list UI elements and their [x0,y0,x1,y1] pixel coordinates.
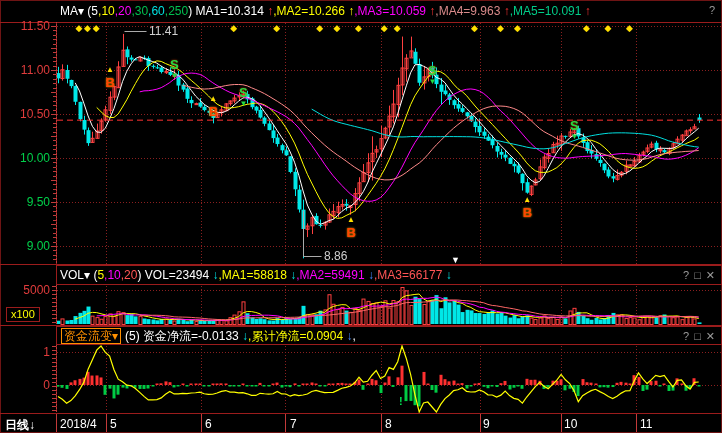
period-selector[interactable]: 日线↓ [5,417,35,433]
price-tick-label: 10.50 [4,107,50,121]
sell-signal-marker: S [170,58,179,71]
header-segment: ,MA1=58818 [219,268,291,282]
header-segment: (5) [125,329,143,343]
date-label: 8 [385,417,392,431]
sell-signal-marker: S [239,86,248,99]
header-segment: , [352,329,355,343]
price-annotation: 8.86 [324,250,347,262]
event-diamond-icon: ◆ [76,24,83,33]
flow-tick-label: 1 [4,345,50,359]
buy-arrow-icon: ▲ [209,95,217,103]
date-label: 11 [640,417,652,431]
event-diamond-icon: ◆ [583,24,590,33]
header-segment: ,20 [121,268,138,282]
help-icon[interactable]: ? [683,330,689,342]
date-label: 6 [205,417,212,431]
event-diamond-icon: ◆ [514,24,521,33]
sell-arrow-icon: ▼ [171,72,179,80]
ma-indicator-dropdown[interactable]: MA▾ [60,4,84,18]
header-segment: ,10 [104,268,121,282]
event-diamond-icon: ◆ [604,24,611,33]
header-segment: ↑ [585,4,591,18]
event-diamond-icon: ◆ [471,24,478,33]
stock-chart-app: MA▾ (5,10,20,30,60,250) MA1=10.314 ↑,MA2… [0,0,722,433]
event-diamond-icon: ◆ [381,24,388,33]
vol-indicator-dropdown[interactable]: VOL▾ [60,268,90,282]
date-label: 9 [483,417,490,431]
flow-panel-icons: ?□✕ [683,330,715,342]
header-segment: ,MA2=59491 [296,268,368,282]
main-indicator-header: MA▾ (5,10,20,30,60,250) MA1=10.314 ↑,MA2… [60,4,591,18]
close-icon[interactable]: ✕ [706,330,715,342]
price-tick-label: 11.00 [4,63,50,77]
price-tick-label: 11.50 [4,19,50,33]
volume-tick-label: 5000 [4,283,50,297]
help-icon[interactable]: ? [709,4,715,16]
pane-divider-handle[interactable]: ▼ [451,256,460,265]
date-label: 2018/4 [60,417,97,431]
help-icon[interactable]: ? [683,269,689,281]
event-diamond-icon: ◆ [394,24,401,33]
flow-tick-label: 0 [4,378,50,392]
buy-arrow-icon: ▲ [523,196,531,204]
buy-signal-marker: B [106,76,115,89]
price-tick-label: 9.50 [4,195,50,209]
event-diamond-icon: ◆ [626,24,633,33]
event-diamond-icon: ◆ [497,24,504,33]
header-segment: ) [137,268,144,282]
header-segment: ,20 [115,4,132,18]
volume-panel-icons: ?□✕ [683,269,715,281]
event-diamond-icon: ◆ [316,24,323,33]
header-segment: ) [188,4,195,18]
header-segment: ,10 [98,4,115,18]
buy-arrow-icon: ▲ [106,66,114,74]
sell-arrow-icon: ▼ [429,78,437,86]
event-diamond-icon: ◆ [334,24,341,33]
header-segment: ,MA3=10.059 [354,4,429,18]
main-panel-icons: ? [709,4,715,16]
header-segment: 资金净流=-0.0133 [143,329,242,343]
event-diamond-icon: ◆ [84,24,91,33]
header-segment: MA1=10.314 [196,4,268,18]
buy-signal-marker: B [523,206,532,219]
close-icon[interactable]: ✕ [706,269,715,281]
header-segment: ,MA5=10.091 [510,4,585,18]
sell-signal-marker: S [570,119,579,132]
sell-signal-marker: S [428,64,437,77]
event-diamond-icon: ◆ [93,24,100,33]
flow-alert-icon: ! [399,396,403,407]
buy-signal-marker: B [209,105,218,118]
event-diamond-icon: ◆ [355,24,362,33]
event-diamond-icon: ◆ [273,24,280,33]
header-segment: ↓ [446,268,452,282]
buy-signal-marker: B [346,226,355,239]
buy-arrow-icon: ▲ [347,216,355,224]
header-segment: ,250 [165,4,188,18]
date-label: 7 [290,417,297,431]
price-tick-label: 9.00 [4,239,50,253]
sell-arrow-icon: ▼ [239,100,247,108]
flow-indicator-dropdown[interactable]: 资金流变▾ [61,328,121,344]
header-segment: ,MA2=10.266 [273,4,348,18]
event-diamond-icon: ◆ [230,24,237,33]
header-segment: ,累计净流=0.0904 [248,329,346,343]
header-segment: (5 [84,4,98,18]
volume-indicator-header: VOL▾ (5,10,20) VOL=23494 ↓,MA1=58818 ↓,M… [60,268,452,282]
sell-arrow-icon: ▼ [571,133,579,141]
header-segment: VOL=23494 [145,268,213,282]
header-segment: ,MA4=9.963 [435,4,503,18]
price-annotation: 11.41 [149,25,178,37]
price-tick-label: 10.00 [4,151,50,165]
date-label: 10 [564,417,577,431]
header-segment: ,60 [148,4,165,18]
maximize-icon[interactable]: □ [694,269,701,281]
header-segment: ,MA3=66177 [374,268,446,282]
flow-indicator-header: 资金流变▾(5) 资金净流=-0.0133 ↓,累计净流=0.0904 ↓, [61,329,356,343]
header-segment: ,30 [131,4,148,18]
maximize-icon[interactable]: □ [694,330,701,342]
date-label: 5 [110,417,117,431]
volume-unit-label: x100 [6,307,40,322]
